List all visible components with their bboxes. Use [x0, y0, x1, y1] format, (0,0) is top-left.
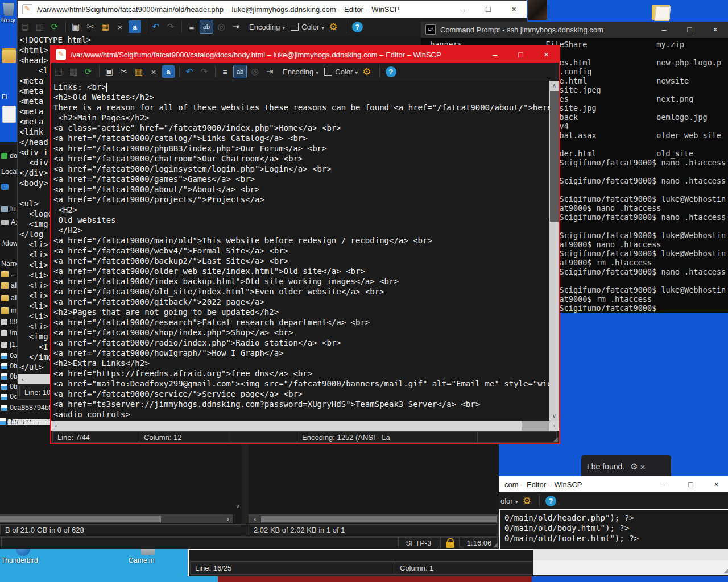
cut-icon[interactable]: ✂	[118, 65, 130, 78]
list-item[interactable]: do	[1, 151, 18, 160]
color-checkbox[interactable]	[291, 23, 299, 31]
toolbar-separator[interactable]	[178, 20, 182, 33]
list-item[interactable]: ..	[1, 269, 15, 278]
close-button[interactable]: ×	[704, 476, 728, 492]
replace-icon[interactable]: ab	[234, 65, 246, 78]
next-icon[interactable]: ⇥	[263, 65, 276, 78]
resize-grip[interactable]: ◢	[553, 435, 558, 443]
find-icon[interactable]: ◎	[215, 20, 228, 33]
delete-icon[interactable]: ×	[114, 20, 126, 33]
next-icon[interactable]: ⇥	[230, 20, 242, 33]
find-icon[interactable]: ◎	[249, 65, 261, 78]
close-button[interactable]: ×	[702, 22, 728, 38]
list-item[interactable]: :\dow	[1, 239, 18, 248]
scroll-right-arrow[interactable]: ›	[223, 514, 233, 523]
color-dropdown[interactable]: olor▾	[500, 497, 518, 505]
cut-icon[interactable]: ✂	[84, 20, 97, 33]
editor-small-scroll-strip[interactable]	[189, 549, 533, 562]
scrollbar-thumb[interactable]	[261, 516, 497, 522]
desktop-document-icon[interactable]	[2, 106, 16, 123]
select-all-icon[interactable]: a	[129, 20, 141, 33]
settings-gear-icon[interactable]: ⚙	[523, 495, 531, 507]
editor-front-titlebar[interactable]: ✎ /var/www/html/Scigifumo/fatcat9000/cat…	[51, 47, 559, 63]
list-item[interactable]: lu	[1, 205, 16, 214]
delete-icon[interactable]: ×	[147, 65, 160, 78]
resize-grip[interactable]: ◢	[723, 567, 728, 575]
settings-gear-icon[interactable]: ⚙	[329, 21, 337, 33]
redo-icon[interactable]: ↷	[164, 20, 177, 33]
minimize-button[interactable]: –	[450, 1, 475, 18]
undo-icon[interactable]: ↶	[150, 20, 162, 33]
paste-icon[interactable]: ▦	[133, 65, 145, 78]
recycle-bin-icon[interactable]	[2, 1, 15, 16]
minimize-button[interactable]: –	[652, 476, 678, 492]
undo-icon[interactable]: ↶	[183, 65, 196, 78]
local-panel-hscrollbar[interactable]: ›	[0, 514, 233, 523]
list-item[interactable]: A:	[1, 218, 18, 227]
resize-grip[interactable]: ◢	[493, 541, 498, 548]
editor-front-vscrollbar[interactable]: ∧ ∨	[549, 81, 559, 421]
toolbar-separator[interactable]	[62, 20, 66, 33]
maximize-button[interactable]: □	[508, 47, 533, 63]
encoding-dropdown[interactable]: Encoding▾	[249, 23, 285, 31]
reload-icon[interactable]: ⟳	[48, 20, 61, 33]
remote-panel-hscrollbar[interactable]: ‹	[249, 514, 499, 523]
chevron-down-icon[interactable]: ∨	[235, 502, 240, 510]
copy-icon[interactable]: ▣	[69, 20, 82, 33]
protocol-badge[interactable]: SFTP-3	[398, 537, 439, 548]
scroll-right-arrow[interactable]: ›	[549, 421, 559, 431]
copy-icon[interactable]: ▣	[103, 65, 115, 78]
save-all-icon[interactable]: ▥	[67, 65, 80, 78]
scrollbar-thumb[interactable]	[550, 91, 559, 222]
close-button[interactable]: ×	[501, 1, 527, 18]
help-icon[interactable]: ?	[352, 22, 363, 32]
settings-gear-icon[interactable]: ⚙	[362, 66, 371, 78]
list-item[interactable]	[1, 182, 11, 191]
toolbar-separator[interactable]	[142, 20, 146, 33]
list-item[interactable]: 0ca858794b8c	[1, 403, 56, 412]
scrollbar-thumb[interactable]	[61, 421, 522, 431]
desktop-open-folder-icon[interactable]	[652, 5, 670, 20]
color-dropdown[interactable]: Color▾	[335, 68, 358, 76]
notification-toast[interactable]: t be found. ⚙ ×	[581, 455, 671, 479]
reload-icon[interactable]: ⟳	[82, 65, 94, 78]
goto-line-icon[interactable]: ≡	[185, 20, 198, 33]
toast-settings-gear-icon[interactable]: ⚙	[630, 462, 638, 472]
list-item[interactable]: Local	[1, 167, 18, 176]
select-all-icon[interactable]: a	[162, 65, 175, 78]
save-icon[interactable]: ▤	[19, 20, 31, 33]
goto-line-icon[interactable]: ≡	[219, 65, 231, 78]
maximize-button[interactable]: □	[677, 22, 702, 38]
scroll-down-arrow[interactable]: ∨	[549, 411, 559, 421]
help-icon[interactable]: ?	[545, 496, 556, 506]
help-icon[interactable]: ?	[386, 66, 396, 77]
editor-small-text[interactable]: 0/main/old/header.php"); ?> 0/main/old/b…	[504, 513, 639, 543]
save-icon[interactable]: ▤	[52, 65, 65, 78]
save-all-icon[interactable]: ▥	[34, 20, 46, 33]
toast-close-icon[interactable]: ×	[640, 462, 646, 472]
close-button[interactable]: ×	[533, 47, 559, 63]
cmd-titlebar[interactable]: C:\ Command Prompt - ssh jimmyhogs.ddnsk…	[421, 22, 728, 38]
editor-small-content[interactable]: 0/main/old/header.php"); ?> 0/main/old/b…	[499, 509, 728, 550]
redo-icon[interactable]: ↷	[198, 65, 210, 78]
color-checkbox[interactable]	[324, 68, 332, 76]
toolbar-separator[interactable]	[176, 65, 180, 78]
scroll-left-arrow[interactable]: ‹	[250, 514, 260, 523]
editor-front-text[interactable]: Links: <br> <h2>Old Websites</h2> There …	[53, 82, 560, 419]
scrollbar-thumb[interactable]	[0, 516, 161, 522]
color-dropdown[interactable]: Color▾	[301, 23, 324, 31]
ssh-lock-box[interactable]	[440, 537, 460, 548]
minimize-button[interactable]: –	[482, 47, 508, 63]
scroll-left-arrow[interactable]: ‹	[18, 374, 27, 384]
desktop-folder-icon[interactable]	[2, 50, 16, 63]
maximize-button[interactable]: □	[475, 1, 501, 18]
scroll-up-arrow[interactable]: ∧	[549, 81, 559, 90]
editor-back-titlebar[interactable]: ✎ /var/www/html/Scigifumo/fatcat9000/mai…	[18, 1, 527, 18]
replace-icon[interactable]: ab	[200, 20, 213, 33]
minimize-button[interactable]: –	[651, 22, 677, 38]
encoding-dropdown[interactable]: Encoding▾	[283, 68, 318, 76]
paste-icon[interactable]: ▦	[99, 20, 111, 33]
toolbar-separator[interactable]	[212, 65, 216, 78]
toolbar-separator[interactable]	[96, 65, 100, 78]
editor-small-scrollbar[interactable]	[533, 549, 728, 560]
